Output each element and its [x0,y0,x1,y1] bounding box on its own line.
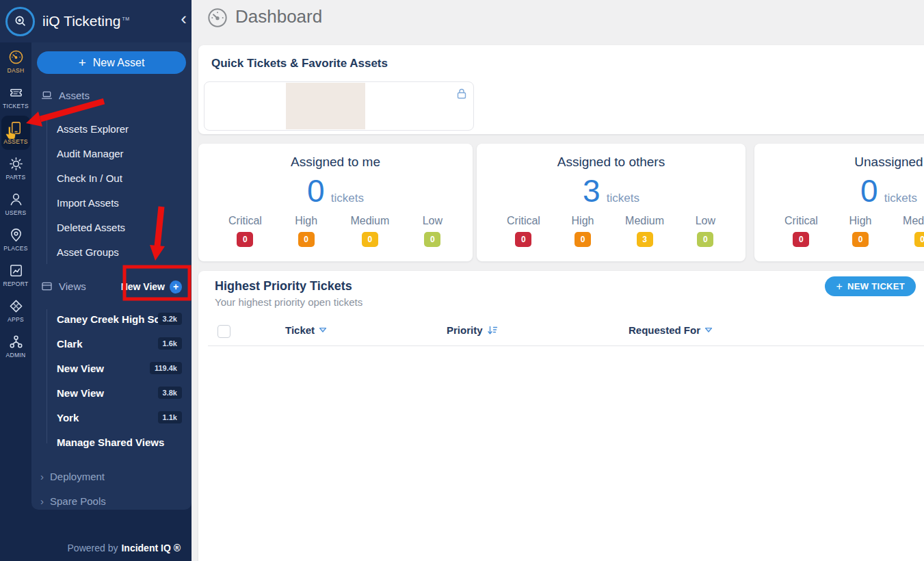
view-item[interactable]: New View 119.4k [31,356,192,380]
menu-item-assets-explorer[interactable]: Assets Explorer [31,116,192,141]
sidebar-item-admin[interactable]: ADMIN [0,328,31,364]
hand-cursor-icon [3,126,19,142]
gauge-icon [8,49,24,65]
priority-badge: 0 [575,232,591,247]
sidebar-item-apps[interactable]: APPS [0,293,31,328]
view-count-badge: 3.8k [158,387,182,399]
priority-medium: Medium 0 [903,215,924,247]
quick-tickets-card: Quick Tickets & Favorite Assets [198,45,924,134]
stat-card-title: Assigned to me [198,155,473,170]
new-asset-button[interactable]: + New Asset [37,51,186,74]
laptop-icon [40,89,53,102]
priority-badge: 0 [914,232,924,247]
chart-icon [8,263,24,278]
iiq-logo [5,7,35,36]
org-icon [8,334,24,350]
rail-label: USERS [5,209,27,216]
chevron-right-icon: › [40,495,44,507]
priority-row: Critical 0 High 0 Medium 3 Low 0 [477,215,745,247]
stat-card-title: Unassigned [754,155,924,170]
priority-badge: 3 [637,232,653,247]
column-header-ticket[interactable]: Ticket [285,324,327,336]
main-content: Dashboard Quick Tickets & Favorite Asset… [192,0,924,561]
priority-critical: Critical 0 [228,215,262,247]
assets-menu: Assets Explorer Audit Manager Check In /… [31,116,192,264]
rail-label: REPORT [3,280,28,287]
stat-card-assigned-to-others: Assigned to others 3 tickets Critical 0 … [477,144,745,261]
priority-badge: 0 [515,232,531,247]
sidebar-item-assets[interactable]: ASSETS [1,116,30,150]
sidebar-item-parts[interactable]: PARTS [0,151,31,186]
trademark: TM [122,16,129,21]
highest-priority-tickets-panel: Highest Priority Tickets Your highest pr… [198,271,924,561]
rail-label: PARTS [5,174,25,181]
favorite-asset-thumbnail [286,83,365,129]
rail-label: DASH [8,67,25,74]
priority-medium: Medium 3 [625,215,664,247]
sidebar-item-dash[interactable]: DASH [0,44,31,79]
apps-icon [8,298,24,314]
priority-medium: Medium 0 [350,215,389,247]
menu-item-import-assets[interactable]: Import Assets [31,190,192,215]
map-pin-icon [8,227,24,243]
panel-subtitle: Your highest priority open tickets [215,296,362,308]
icon-rail: DASH TICKETS ASSETS PARTS USERS PLACES R… [0,42,31,364]
view-item[interactable]: New View 3.8k [31,380,192,405]
table-header-row: Ticket Priority Requested For [198,324,924,341]
menu-item-asset-groups[interactable]: Asset Groups [31,239,192,264]
sidebar-item-report[interactable]: REPORT [0,257,31,293]
priority-badge: 0 [362,232,378,247]
dashboard-gauge-icon [207,7,228,29]
ticket-count: 3 tickets [477,175,745,207]
priority-badge: 0 [852,232,869,247]
view-item[interactable]: York 1.1k [31,405,192,430]
ticket-icon [8,85,24,101]
section-deployment[interactable]: › Deployment [40,468,105,484]
sidebar-item-places[interactable]: PLACES [0,222,31,257]
priority-badge: 0 [793,232,809,247]
lock-icon [456,88,467,99]
column-header-requested-for[interactable]: Requested For [629,324,713,336]
favorite-asset-tile[interactable] [204,81,474,131]
priority-row: Critical 0 High 0 Medium 0 Low 0 [198,215,473,247]
priority-badge: 0 [237,232,253,247]
menu-item-deleted-assets[interactable]: Deleted Assets [31,215,192,239]
select-all-checkbox[interactable] [217,325,230,338]
panel-title: Highest Priority Tickets [215,279,352,293]
rail-label: TICKETS [3,103,29,109]
views-section-header[interactable]: Views [40,280,86,293]
new-asset-label: New Asset [93,57,145,69]
view-count-badge: 3.2k [158,313,182,325]
priority-badge: 0 [298,232,315,247]
sidebar-item-tickets[interactable]: TICKETS [0,79,31,115]
column-header-priority[interactable]: Priority [447,324,498,336]
sort-descending-icon [487,326,498,335]
chevron-down-icon [319,327,327,333]
manage-shared-views[interactable]: Manage Shared Views [31,430,192,454]
sidebar-item-users[interactable]: USERS [0,186,31,222]
view-item[interactable]: Clark 1.6k [31,331,192,356]
sidebar-footer: Powered byIncident IQ ® [68,543,181,553]
menu-item-audit-manager[interactable]: Audit Manager [31,141,192,166]
stat-card-title: Assigned to others [477,155,745,170]
priority-critical: Critical 0 [507,215,540,247]
new-ticket-button[interactable]: + NEW TICKET [825,276,916,296]
priority-high: High 0 [295,215,317,247]
views-section-label: Views [59,280,86,292]
rail-label: PLACES [3,245,27,252]
views-icon [40,280,53,293]
assets-section-header[interactable]: Assets [40,89,90,102]
priority-badge: 0 [697,232,713,247]
assets-flyout-panel: + New Asset Assets Assets Explorer Audit… [31,42,192,510]
menu-item-check-in-out[interactable]: Check In / Out [31,166,192,190]
new-view-button[interactable]: New View + [121,278,182,296]
sidebar: + New Asset Assets Assets Explorer Audit… [0,0,192,561]
section-spare-pools[interactable]: › Spare Pools [40,493,106,509]
collapse-sidebar-chevron[interactable]: ‹ [181,10,187,27]
view-item[interactable]: Caney Creek High Scho... 3.2k [31,306,192,331]
chevron-down-icon [704,327,713,333]
priority-badge: 0 [424,232,440,247]
page-title: Dashboard [235,6,322,27]
assets-section-label: Assets [59,90,90,101]
new-view-label: New View [121,281,165,292]
